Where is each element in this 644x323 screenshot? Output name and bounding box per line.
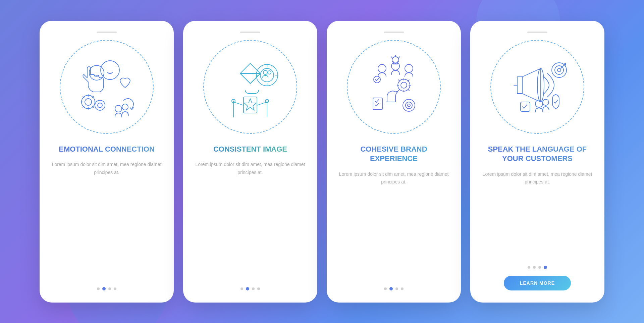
- dot-c2-active: [246, 287, 249, 290]
- dot-b2-active: [389, 287, 393, 290]
- dot-s3: [538, 266, 541, 269]
- svg-point-7: [122, 104, 128, 110]
- dot-2-active: [102, 287, 106, 290]
- cards-container: EMOTIONAL CONNECTION Lorem ipsum dolor s…: [40, 21, 604, 303]
- svg-point-28: [378, 64, 386, 72]
- svg-point-4: [95, 100, 105, 110]
- svg-point-3: [85, 99, 92, 105]
- emotional-connection-icon: [70, 50, 144, 124]
- svg-line-34: [399, 57, 400, 58]
- card-body-cohesive: Lorem ipsum dolor sit dim amet, mea regi…: [339, 170, 449, 279]
- svg-point-40: [406, 102, 412, 109]
- svg-point-5: [98, 103, 102, 108]
- dot-1: [97, 287, 100, 290]
- card-emotional-connection: EMOTIONAL CONNECTION Lorem ipsum dolor s…: [40, 21, 174, 303]
- card-title-emotional: EMOTIONAL CONNECTION: [59, 145, 155, 154]
- dot-c3: [252, 287, 255, 290]
- card-speak-language: SPEAK THE LANGUAGE OF YOUR CUSTOMERS Lor…: [470, 21, 604, 303]
- dots-cohesive: [384, 287, 404, 290]
- svg-point-37: [401, 82, 407, 88]
- card-consistent-image: CONSISTENT IMAGE Lorem ipsum dolor sit d…: [183, 21, 317, 303]
- svg-point-35: [374, 76, 380, 83]
- dot-c1: [240, 287, 243, 290]
- cohesive-brand-icon: [357, 50, 431, 124]
- illustration-consistent: [203, 40, 297, 134]
- dots-speak: [528, 266, 547, 269]
- dot-b3: [395, 287, 398, 290]
- svg-point-56: [543, 99, 549, 105]
- dot-s4-active: [544, 266, 547, 269]
- svg-line-23: [257, 102, 267, 105]
- card-title-cohesive: COHESIVE BRAND EXPERIENCE: [339, 145, 449, 164]
- illustration-emotional: [60, 40, 154, 134]
- svg-point-41: [408, 104, 410, 107]
- learn-more-button[interactable]: LEARN MORE: [504, 276, 571, 290]
- card-title-speak: SPEAK THE LANGUAGE OF YOUR CUSTOMERS: [482, 145, 592, 164]
- dot-c4: [257, 287, 260, 290]
- svg-line-22: [233, 102, 244, 105]
- svg-point-12: [256, 64, 278, 86]
- dot-s2: [533, 266, 536, 269]
- svg-point-51: [557, 68, 561, 72]
- svg-point-19: [268, 71, 271, 74]
- dot-s1: [528, 266, 530, 269]
- card-body-consistent: Lorem ipsum dolor sit dim amet, mea regi…: [195, 161, 305, 279]
- svg-line-46: [376, 103, 379, 106]
- phone-notch-4: [527, 32, 547, 33]
- svg-line-10: [240, 73, 250, 84]
- illustration-cohesive: [347, 40, 441, 134]
- dot-4: [114, 287, 116, 290]
- svg-line-33: [391, 57, 392, 58]
- dot-b4: [401, 287, 404, 290]
- svg-point-18: [263, 70, 267, 74]
- dots-emotional: [97, 287, 116, 290]
- dot-3: [108, 287, 111, 290]
- svg-marker-21: [244, 99, 256, 110]
- svg-point-31: [392, 57, 399, 63]
- card-body-speak: Lorem ipsum dolor sit dim amet, mea regi…: [482, 170, 592, 258]
- phone-notch-2: [240, 32, 260, 33]
- card-cohesive-brand: COHESIVE BRAND EXPERIENCE Lorem ipsum do…: [327, 21, 461, 303]
- card-title-consistent: CONSISTENT IMAGE: [213, 145, 287, 154]
- dots-consistent: [240, 287, 260, 290]
- phone-notch-3: [384, 32, 404, 33]
- dot-b1: [384, 287, 387, 290]
- speak-language-icon: [500, 50, 574, 124]
- svg-rect-42: [373, 98, 382, 110]
- svg-line-44: [376, 100, 379, 102]
- phone-notch: [97, 32, 117, 33]
- consistent-image-icon: [213, 50, 287, 124]
- card-body-emotional: Lorem ipsum dolor sit dim amet, mea regi…: [52, 161, 162, 279]
- svg-point-1: [89, 65, 104, 80]
- svg-point-39: [403, 99, 415, 111]
- svg-point-6: [115, 105, 122, 112]
- illustration-speak: [490, 40, 584, 134]
- svg-point-30: [405, 64, 413, 72]
- svg-point-13: [260, 68, 274, 82]
